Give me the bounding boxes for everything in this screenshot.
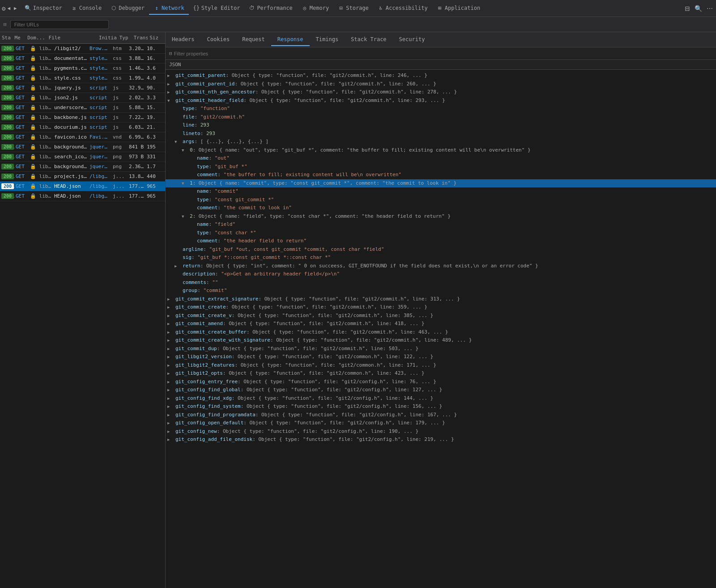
list-item[interactable]: 200GET🔒 lib...underscore.jsscriptjs5.88 … xyxy=(0,103,165,113)
split-button[interactable]: ⊟ xyxy=(683,4,691,13)
expand-arrow[interactable] xyxy=(167,411,174,419)
tab-network[interactable]: ↕Network xyxy=(149,2,189,15)
expand-arrow[interactable] xyxy=(175,138,181,146)
tab-application[interactable]: ⊞Application xyxy=(432,2,485,15)
expand-arrow[interactable] xyxy=(167,296,174,303)
json-line[interactable]: git_commit_create_buffer: Object { type:… xyxy=(166,328,716,337)
list-item[interactable]: 200GET🔒 lib...backbone.jsscriptjs7.22 ..… xyxy=(0,113,165,123)
response-filter-input[interactable] xyxy=(174,51,236,56)
list-item[interactable]: 200GET🔒 lib...HEAD.json/libgi...j...177.… xyxy=(0,182,165,191)
expand-arrow[interactable] xyxy=(167,320,174,328)
expand-arrow[interactable] xyxy=(167,80,174,88)
expand-arrow[interactable] xyxy=(167,89,174,96)
json-line[interactable]: git_libgit2_features: Object { type: "fu… xyxy=(166,361,716,370)
tab-memory[interactable]: ◎Memory xyxy=(297,2,333,15)
json-line[interactable]: git_commit_create_with_signature: Object… xyxy=(166,336,716,345)
type-cell: png xyxy=(111,164,128,169)
json-line[interactable]: 2: Object { name: "field", type: "const … xyxy=(166,212,716,221)
list-item[interactable]: 200GET🔒 lib...documentation.cssstyle...c… xyxy=(0,54,165,63)
expand-arrow[interactable] xyxy=(167,345,174,353)
sub-tab-request[interactable]: Request xyxy=(236,34,271,46)
json-line[interactable]: args: [ {...}, {...}, {...} ] xyxy=(166,138,716,146)
expand-arrow[interactable] xyxy=(182,147,188,154)
tab-console[interactable]: ≥Console xyxy=(67,2,107,15)
expand-arrow[interactable] xyxy=(167,97,174,105)
nav-forward[interactable]: ▶ xyxy=(14,5,17,11)
sub-tab-security[interactable]: Security xyxy=(393,34,431,46)
json-line[interactable]: return: Object { type: "int", comment: "… xyxy=(166,262,716,271)
expand-arrow[interactable] xyxy=(167,362,174,369)
json-line[interactable]: git_config_entry_free: Object { type: "f… xyxy=(166,378,716,386)
expand-arrow[interactable] xyxy=(167,72,174,80)
tab-performance[interactable]: ⏱Performance xyxy=(244,2,297,15)
json-indent xyxy=(166,229,189,237)
json-line[interactable]: git_config_find_system: Object { type: "… xyxy=(166,402,716,411)
sub-tab-cookies[interactable]: Cookies xyxy=(201,34,236,46)
expand-arrow[interactable] xyxy=(167,329,174,336)
list-item[interactable]: 200GET🔒 lib...jquery.jsscriptjs32.9...90… xyxy=(0,83,165,93)
list-item[interactable]: 200GET🔒 lib...HEAD.json/libgi...j...177.… xyxy=(0,191,165,201)
list-item[interactable]: 200GET🔒 lib...search_icon.pngjquer...png… xyxy=(0,152,165,162)
json-line[interactable]: git_libgit2_opts: Object { type: "functi… xyxy=(166,369,716,378)
list-item[interactable]: 200GET🔒 lib...docurium.jsscriptjs6.03 ..… xyxy=(0,123,165,132)
json-line[interactable]: 1: Object { name: "commit", type: "const… xyxy=(166,179,716,188)
json-line[interactable]: git_commit_create_v: Object { type: "fun… xyxy=(166,312,716,320)
list-item[interactable]: 200GET🔒 lib...background-v2.pngjquer...p… xyxy=(0,142,165,152)
expand-arrow[interactable] xyxy=(167,419,174,427)
list-item[interactable]: 200GET🔒 lib...style.cssstyle...css1.99 .… xyxy=(0,73,165,83)
list-item[interactable]: 200GET🔒 lib...background-white.pngjquer.… xyxy=(0,162,165,172)
json-line[interactable]: git_commit_parent: Object { type: "funct… xyxy=(166,72,716,80)
expand-arrow[interactable] xyxy=(175,262,181,270)
size-cell: 4.0 xyxy=(145,75,165,81)
expand-arrow[interactable] xyxy=(167,378,174,386)
json-line[interactable]: git_commit_nth_gen_ancestor: Object { ty… xyxy=(166,88,716,97)
expand-arrow[interactable] xyxy=(167,436,174,444)
json-line[interactable]: git_config_open_default: Object { type: … xyxy=(166,419,716,427)
storage-icon: ⊟ xyxy=(338,5,344,11)
json-line[interactable]: git_commit_parent_id: Object { type: "fu… xyxy=(166,80,716,89)
json-line[interactable]: git_config_add_file_ondisk: Object { typ… xyxy=(166,436,716,444)
sub-tab-stack-trace[interactable]: Stack Trace xyxy=(345,34,392,46)
expand-arrow[interactable] xyxy=(167,312,174,320)
expand-arrow[interactable] xyxy=(167,337,174,344)
json-line[interactable]: git_libgit2_version: Object { type: "fun… xyxy=(166,353,716,361)
json-line[interactable]: git_commit_create: Object { type: "funct… xyxy=(166,303,716,312)
sub-tab-headers[interactable]: Headers xyxy=(166,34,201,46)
tab-storage[interactable]: ⊟Storage xyxy=(333,2,373,15)
json-line[interactable]: git_commit_header_field: Object { type: … xyxy=(166,97,716,105)
list-item[interactable]: 200GET🔒 lib.../libgit2/Brow...htm3.20 ..… xyxy=(0,44,165,54)
json-line: type: "const char *" xyxy=(166,229,716,237)
expand-arrow[interactable] xyxy=(167,353,174,361)
tab-inspector[interactable]: 🔍Inspector xyxy=(21,2,67,15)
list-item[interactable]: 200GET🔒 lib...json2.jsscriptjs2.02 ...3.… xyxy=(0,93,165,103)
nav-back[interactable]: ◀ xyxy=(7,5,10,11)
expand-arrow[interactable] xyxy=(182,180,188,187)
sub-tab-response[interactable]: Response xyxy=(271,34,310,46)
json-line[interactable]: git_config_find_programdata: Object { ty… xyxy=(166,411,716,419)
list-item[interactable]: 200GET🔒 lib...favicon.icoFavi...vnd6.99 … xyxy=(0,132,165,142)
json-line[interactable]: git_commit_amend: Object { type: "functi… xyxy=(166,320,716,328)
json-line[interactable]: git_config_find_global: Object { type: "… xyxy=(166,386,716,394)
expand-arrow[interactable] xyxy=(167,304,174,311)
json-line[interactable]: 0: Object { name: "out", type: "git_buf … xyxy=(166,146,716,155)
filter-input[interactable] xyxy=(10,20,109,29)
expand-arrow[interactable] xyxy=(167,428,174,436)
json-line[interactable]: git_commit_extract_signature: Object { t… xyxy=(166,295,716,304)
list-item[interactable]: 200GET🔒 lib...project.json/libgi...j...1… xyxy=(0,172,165,182)
tab-style-editor[interactable]: {}Style Editor xyxy=(189,2,245,15)
tab-debugger[interactable]: ⬡Debugger xyxy=(106,2,149,15)
json-line[interactable]: git_config_find_xdg: Object { type: "fun… xyxy=(166,394,716,403)
sub-tab-timings[interactable]: Timings xyxy=(310,34,345,46)
expand-arrow[interactable] xyxy=(167,386,174,394)
expand-arrow[interactable] xyxy=(167,395,174,402)
json-line[interactable]: git_commit_dup: Object { type: "function… xyxy=(166,345,716,353)
expand-arrow[interactable] xyxy=(167,403,174,410)
expand-arrow[interactable] xyxy=(167,370,174,377)
tab-accessibility[interactable]: ♿Accessibility xyxy=(373,2,432,15)
search-button[interactable]: 🔍 xyxy=(693,4,703,13)
list-item[interactable]: 200GET🔒 lib...pygments.cssstyle...css1.4… xyxy=(0,63,165,73)
json-text: git_libgit2_opts: Object { type: "functi… xyxy=(175,370,424,377)
settings-button[interactable]: ⋯ xyxy=(705,4,714,13)
expand-arrow[interactable] xyxy=(182,213,188,220)
json-line[interactable]: git_config_new: Object { type: "function… xyxy=(166,427,716,436)
